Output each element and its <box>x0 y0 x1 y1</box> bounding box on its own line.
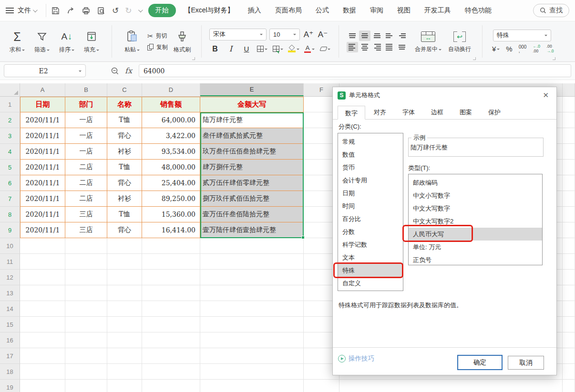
column-header[interactable]: E <box>200 83 304 96</box>
cut-button[interactable]: ✂ 剪切 <box>147 32 168 40</box>
cancel-button[interactable]: 取消 <box>508 356 544 370</box>
cell[interactable] <box>65 317 107 332</box>
close-icon[interactable]: ✕ <box>540 90 552 101</box>
row-header[interactable]: 12 <box>0 270 20 285</box>
print-preview-icon[interactable] <box>97 6 106 15</box>
menu-tab[interactable]: 数据 <box>343 6 356 15</box>
decrease-font-button[interactable]: A⁻ <box>317 29 329 40</box>
cell[interactable] <box>563 317 575 332</box>
cell[interactable] <box>563 348 575 364</box>
cell[interactable] <box>563 160 575 175</box>
cell[interactable] <box>20 332 65 348</box>
column-header[interactable]: B <box>65 83 107 96</box>
cell[interactable] <box>20 238 65 254</box>
table-data-cell[interactable]: 2020/11/1 <box>20 175 65 191</box>
menu-tab[interactable]: 公式 <box>316 6 329 15</box>
menu-tab[interactable]: 开发工具 <box>424 6 451 15</box>
cell[interactable] <box>65 285 107 301</box>
paste-button[interactable]: 粘贴 <box>120 29 144 54</box>
draw-border-button[interactable] <box>272 43 284 55</box>
row-header[interactable]: 9 <box>0 222 20 238</box>
cell[interactable] <box>20 270 65 285</box>
row-header[interactable]: 5 <box>0 160 20 175</box>
cell[interactable] <box>304 380 339 392</box>
align-middle-button[interactable] <box>359 30 370 41</box>
type-item[interactable]: 邮政编码 <box>409 176 542 189</box>
table-data-cell[interactable]: 48,000.00 <box>142 160 200 175</box>
table-header-cell[interactable]: 日期 <box>20 97 65 112</box>
save-icon[interactable] <box>51 6 60 15</box>
category-item[interactable]: 百分比 <box>338 212 403 225</box>
align-right-button[interactable] <box>371 42 383 52</box>
dialog-tab[interactable]: 图案 <box>452 105 480 119</box>
table-header-cell[interactable]: 名称 <box>107 97 142 112</box>
column-header[interactable]: C <box>107 83 142 96</box>
type-item[interactable]: 正负号 <box>409 253 542 265</box>
row-header[interactable]: 3 <box>0 128 20 144</box>
category-item[interactable]: 特殊 <box>338 264 403 277</box>
sort-button[interactable]: A↓ 排序 <box>54 29 79 54</box>
print-icon[interactable] <box>82 6 91 15</box>
row-header[interactable]: 15 <box>0 317 20 332</box>
italic-button[interactable]: I <box>225 43 236 55</box>
text-orientation-button[interactable] <box>396 42 408 52</box>
quickbar-more-icon[interactable] <box>138 8 143 12</box>
cell[interactable] <box>20 317 65 332</box>
cell[interactable] <box>20 380 65 392</box>
menu-tab[interactable]: 插入 <box>248 6 261 15</box>
table-data-cell[interactable]: 25,404.00 <box>142 175 200 191</box>
cell[interactable] <box>563 364 575 380</box>
table-data-cell[interactable]: 三店 <box>65 207 107 222</box>
category-item[interactable]: 文本 <box>338 251 403 264</box>
export-icon[interactable] <box>66 6 75 15</box>
table-data-cell[interactable]: 背心 <box>107 222 142 238</box>
table-data-cell[interactable]: 2020/11/1 <box>20 144 65 160</box>
category-item[interactable]: 自定义 <box>338 277 403 290</box>
fill-color-button[interactable] <box>288 43 299 55</box>
cell[interactable] <box>339 380 563 392</box>
cell[interactable] <box>65 348 107 364</box>
table-data-cell[interactable]: 壹万伍仟叁佰陆拾元整 <box>200 207 304 222</box>
cell[interactable] <box>142 332 200 348</box>
cell[interactable] <box>563 301 575 317</box>
cell[interactable] <box>200 364 304 380</box>
column-header[interactable]: A <box>20 83 65 96</box>
cell[interactable] <box>563 97 575 112</box>
type-item[interactable]: 中文大写数字2 <box>409 215 542 228</box>
formula-input[interactable]: 64000 <box>139 64 571 77</box>
dialog-tab[interactable]: 边框 <box>423 105 451 119</box>
copy-button[interactable]: 复制 <box>147 43 168 51</box>
cell[interactable] <box>142 238 200 254</box>
insert-function-icon[interactable]: fx <box>125 66 132 75</box>
row-header[interactable]: 1 <box>0 97 20 112</box>
table-header-cell[interactable]: 销售额 <box>142 97 200 112</box>
row-header[interactable]: 7 <box>0 191 20 207</box>
cell[interactable] <box>200 238 304 254</box>
type-item[interactable]: 单位: 万元 <box>409 241 542 253</box>
table-data-cell[interactable]: T恤 <box>107 207 142 222</box>
increase-font-button[interactable]: A⁺ <box>303 29 314 40</box>
row-header[interactable]: 8 <box>0 207 20 222</box>
cell[interactable] <box>65 301 107 317</box>
row-header[interactable]: 2 <box>0 112 20 128</box>
cell[interactable] <box>107 301 142 317</box>
cell[interactable] <box>563 112 575 128</box>
table-data-cell[interactable]: 壹万陆仟肆佰壹拾肆元整 <box>200 222 304 238</box>
align-center-button[interactable] <box>359 42 370 52</box>
percent-format-button[interactable]: % <box>506 45 512 53</box>
fill-button[interactable]: 填充 <box>79 29 104 54</box>
category-item[interactable]: 时间 <box>338 200 403 212</box>
category-item[interactable]: 日期 <box>338 187 403 200</box>
dialog-tab[interactable]: 字体 <box>395 105 422 119</box>
format-painter-button[interactable]: 格式刷 <box>171 29 194 54</box>
table-data-cell[interactable]: 肆万捌仟元整 <box>200 160 304 175</box>
bold-button[interactable]: B <box>209 43 221 55</box>
filter-button[interactable]: 筛选 <box>30 29 54 54</box>
cell[interactable] <box>107 380 142 392</box>
table-data-cell[interactable]: 93,534.00 <box>142 144 200 160</box>
table-data-cell[interactable]: 2020/11/1 <box>20 207 65 222</box>
table-data-cell[interactable]: 贰万伍仟肆佰零肆元整 <box>200 175 304 191</box>
table-data-cell[interactable]: 一店 <box>65 144 107 160</box>
menu-tab[interactable]: 审阅 <box>370 6 383 15</box>
dialog-tab[interactable]: 对齐 <box>366 105 394 119</box>
